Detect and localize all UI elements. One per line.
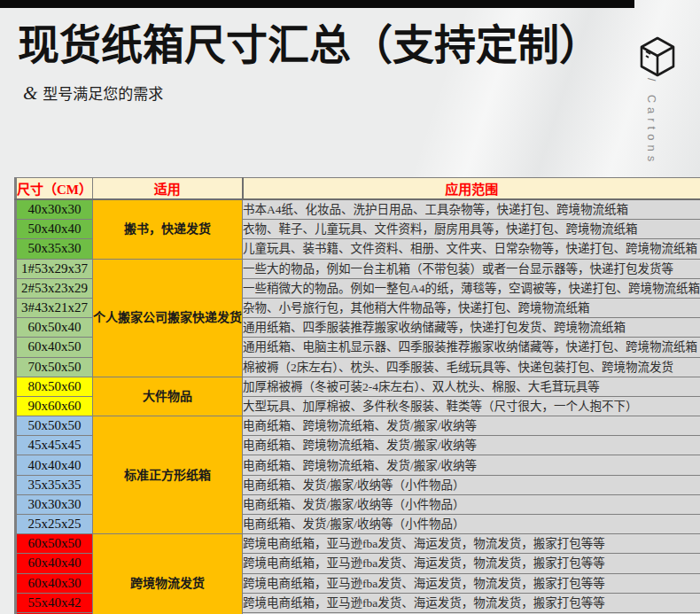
application-cell: 一些大的物品，例如一台主机箱（不带包装）或者一台显示器等，快递打包发货等 <box>243 259 700 278</box>
application-cell: 儿童玩具、装书籍、文件资料、相册、文件夹、日常杂物等，快递打包、跨境物流纸箱 <box>243 239 700 259</box>
size-cell: 60x40x40 <box>17 554 93 573</box>
usage-group-cell: 标准正方形纸箱 <box>93 416 243 534</box>
side-cartons-text: Cartons <box>645 95 658 167</box>
size-table-body: 40x30x30搬书，快递发货书本A4纸、化妆品、洗护日用品、工具杂物等，快递打… <box>15 199 700 614</box>
application-cell: 加厚棉被褥（冬被可装2-4床左右）、双人枕头、棉服、大毛茸玩具等 <box>243 377 700 396</box>
usage-group-cell: 搬书，快递发货 <box>93 199 243 259</box>
table-row: 1#53x29x37个人搬家公司搬家快递发货一些大的物品，例如一台主机箱（不带包… <box>15 259 700 278</box>
top-black-bar <box>0 0 634 8</box>
size-cell: 40x30x30 <box>17 199 93 220</box>
table-row: 80x50x60大件物品加厚棉被褥（冬被可装2-4床左右）、双人枕头、棉服、大毛… <box>15 377 700 396</box>
application-cell: 电商纸箱、发货/搬家/收纳等（小件物品） <box>243 515 700 534</box>
size-cell: 50x50x50 <box>17 416 93 436</box>
subtitle-ampersand: & <box>23 82 37 104</box>
table-header-row: 尺寸（CM） 适用 应用范围 <box>15 178 700 200</box>
size-cell: 60x50x40 <box>17 318 93 338</box>
size-cell: 35x35x35 <box>17 475 93 494</box>
column-header-usage: 适用 <box>93 178 243 200</box>
usage-group-cell: 个人搬家公司搬家快递发货 <box>93 259 243 377</box>
application-cell: 跨境电商纸箱，亚马逊fba发货、海运发货，物流发货，搬家打包等等 <box>243 593 700 612</box>
size-cell: 2#53x23x29 <box>17 278 93 298</box>
size-cell: 55x40x42 <box>17 593 93 612</box>
side-slash: / <box>645 78 658 86</box>
size-cell: 90x60x60 <box>17 396 93 416</box>
application-cell: 跨境电商纸箱，亚马逊fba发货、海运发货，物流发货，搬家打包等等 <box>243 573 700 593</box>
table-row: 40x30x30搬书，快递发货书本A4纸、化妆品、洗护日用品、工具杂物等，快递打… <box>15 199 700 220</box>
size-cell: 50x40x40 <box>17 220 93 239</box>
column-header-application: 应用范围 <box>243 178 700 200</box>
application-cell: 通用纸箱、四季服装推荐搬家收纳储藏等，快递打包发货、跨境物流纸箱 <box>243 318 700 338</box>
size-cell: 25x25x25 <box>17 515 93 534</box>
carton-box-icon <box>638 35 677 82</box>
size-cell: 60x40x50 <box>17 338 93 357</box>
size-cell: 60x40x30 <box>17 573 93 593</box>
application-cell: 杂物、小号旅行包，其他稍大件物品等，快递打包、跨境物流纸箱 <box>243 298 700 317</box>
size-cell: 50x35x30 <box>17 239 93 259</box>
application-cell: 大型玩具、加厚棉被、多件秋冬服装、鞋类等（尺寸很大，一个人抱不下） <box>243 396 700 416</box>
application-cell: 通用纸箱、电脑主机显示器、四季服装推荐搬家收纳储藏等，快递打包、跨境物流纸箱 <box>243 338 700 357</box>
size-cell: 30x30x30 <box>17 494 93 514</box>
application-cell: 跨境电商纸箱，亚马逊fba发货、海运发货，物流发货，搬家打包等等 <box>243 534 700 554</box>
usage-group-cell: 大件物品 <box>93 377 243 416</box>
application-cell: 衣物、鞋子、儿童玩具、文件资料，厨房用具等，快递打包、跨境物流纸箱 <box>243 220 700 239</box>
column-header-size: 尺寸（CM） <box>17 178 93 200</box>
application-cell: 电商纸箱、发货/搬家/收纳等（小件物品） <box>243 494 700 514</box>
application-cell: 电商纸箱、发货/搬家/收纳等（小件物品） <box>243 475 700 494</box>
application-cell: 书本A4纸、化妆品、洗护日用品、工具杂物等，快递打包、跨境物流纸箱 <box>243 199 700 220</box>
page-title: 现货纸箱尺寸汇总（支持定制） <box>18 19 647 72</box>
size-cell: 45x45x45 <box>17 436 93 455</box>
application-cell: 电商纸箱、跨境物流纸箱、发货/搬家/收纳等 <box>243 455 700 475</box>
usage-group-cell: 跨境物流发货 <box>93 534 243 614</box>
size-cell: 40x40x40 <box>17 455 93 475</box>
size-table: 尺寸（CM） 适用 应用范围 40x30x30搬书，快递发货书本A4纸、化妆品、… <box>14 177 700 614</box>
application-cell: 棉被褥（2床左右）、枕头、四季服装、毛绒玩具等、快递包装打包、跨境物流发货 <box>243 357 700 377</box>
page-subtitle: &型号满足您的需求 <box>23 82 163 105</box>
subtitle-text: 型号满足您的需求 <box>43 86 163 103</box>
size-cell: 3#43x21x27 <box>17 298 93 317</box>
application-cell: 一些稍微大的物品。例如一整包A4的纸，薄毯等，空调被等，快递打包、跨境物流纸箱 <box>243 278 700 298</box>
size-cell: 60x50x50 <box>17 534 93 554</box>
table-row: 50x50x50标准正方形纸箱电商纸箱、跨境物流纸箱、发货/搬家/收纳等 <box>15 416 700 436</box>
application-cell: 电商纸箱、跨境物流纸箱、发货/搬家/收纳等 <box>243 416 700 436</box>
size-cell: 70x50x50 <box>17 357 93 377</box>
application-cell: 跨境电商纸箱，亚马逊fba发货、海运发货，物流发货，搬家打包等等 <box>243 554 700 573</box>
size-cell: 1#53x29x37 <box>17 259 93 278</box>
size-cell: 80x50x60 <box>17 377 93 396</box>
application-cell: 电商纸箱、跨境物流纸箱、发货/搬家/收纳等 <box>243 436 700 455</box>
table-row: 60x50x50跨境物流发货跨境电商纸箱，亚马逊fba发货、海运发货，物流发货，… <box>15 534 700 554</box>
